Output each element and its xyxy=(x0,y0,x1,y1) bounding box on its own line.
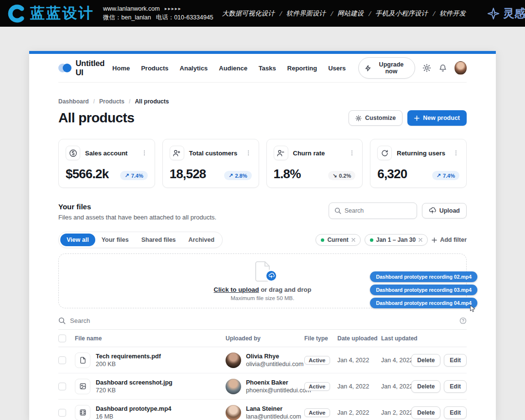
banner-wechat: 微信：ben_lanlan xyxy=(103,14,151,22)
breadcrumb-dashboard[interactable]: Dashboard xyxy=(58,98,89,105)
plus-icon xyxy=(414,116,420,121)
tab-archived[interactable]: Archived xyxy=(182,234,221,246)
service-item[interactable]: 软件界面设计 xyxy=(286,9,326,18)
trend-badge: ↗ 7.4% xyxy=(432,171,459,180)
table-search-row[interactable]: Search xyxy=(58,312,467,330)
service-item[interactable]: 软件开发 xyxy=(439,9,466,18)
dragged-file-pill[interactable]: Dashboard prototype recording 03.mp4 xyxy=(370,285,477,295)
coin-dollar-icon xyxy=(66,146,80,160)
kebab-menu-icon[interactable] xyxy=(141,150,148,156)
plus-icon xyxy=(432,237,437,243)
untitled-ui-logo-icon xyxy=(58,63,71,73)
tab-your-files[interactable]: Your files xyxy=(95,234,135,246)
col-file-name: File name xyxy=(75,335,226,342)
app-header: Untitled UI Home Products Analytics Audi… xyxy=(58,54,467,83)
avatar xyxy=(226,379,241,394)
customize-button[interactable]: Customize xyxy=(349,110,402,126)
collect-label: 灵感收集 xyxy=(503,6,525,21)
settings-gear-icon[interactable] xyxy=(422,64,431,72)
row-checkbox[interactable] xyxy=(58,383,66,390)
trend-badge: ↘ 0.2% xyxy=(328,171,355,180)
service-separator: / xyxy=(368,10,370,17)
cursor-pointer-icon xyxy=(470,305,476,312)
file-tabs: View all Your files Shared files Archive… xyxy=(58,232,223,248)
breadcrumb-separator: / xyxy=(93,98,95,105)
new-product-button[interactable]: New product xyxy=(407,110,467,126)
tab-shared-files[interactable]: Shared files xyxy=(135,234,182,246)
stat-cards: Sales account $566.2k ↗ 7.4% xyxy=(58,139,467,188)
filter-chip-daterange[interactable]: Jan 1 – Jan 30 xyxy=(365,234,428,246)
help-circle-icon[interactable] xyxy=(459,317,467,324)
banner-phone: 电话：010-63334945 xyxy=(156,14,213,22)
file-pdf-icon xyxy=(75,353,90,368)
delete-button[interactable]: Delete xyxy=(411,406,440,419)
table-header: File name Uploaded by File type Date upl… xyxy=(58,330,467,347)
delete-button[interactable]: Delete xyxy=(411,354,440,367)
stat-card-returning-users: Returning users 6,320 ↗ 7.4% xyxy=(370,139,467,188)
file-image-icon xyxy=(75,379,90,394)
edit-button[interactable]: Edit xyxy=(444,380,467,393)
stat-value: $566.2k xyxy=(66,168,108,180)
kebab-menu-icon[interactable] xyxy=(349,150,355,156)
upload-button[interactable]: Upload xyxy=(422,203,467,218)
service-item[interactable]: 网站建设 xyxy=(337,9,364,18)
table-search-text: Search xyxy=(70,317,90,324)
file-video-icon xyxy=(75,405,90,420)
service-item[interactable]: 手机及小程序设计 xyxy=(375,9,428,18)
app-window: Untitled UI Home Products Analytics Audi… xyxy=(29,51,496,420)
upgrade-button[interactable]: Upgrade now xyxy=(358,57,415,79)
dragged-file-pill[interactable]: Dashboard prototype recording 04.mp4 xyxy=(370,298,477,308)
arrows-decoration: ▸▸▸▸▸ xyxy=(165,6,182,11)
date-uploaded: Jan 4, 2022 xyxy=(337,357,381,364)
file-size: 200 KB xyxy=(96,361,161,368)
nav-item-home[interactable]: Home xyxy=(112,65,130,72)
click-to-upload-link[interactable]: Click to upload xyxy=(214,286,259,293)
dropzone-hint: Maximum file size 50 MB. xyxy=(230,295,294,301)
service-separator: / xyxy=(280,10,281,17)
nav-item-audience[interactable]: Audience xyxy=(219,65,247,72)
kebab-menu-icon[interactable] xyxy=(453,150,459,156)
nav-item-products[interactable]: Products xyxy=(141,65,168,72)
user-avatar[interactable] xyxy=(455,61,467,75)
banner-website[interactable]: www.lanlanwork.com xyxy=(103,5,160,12)
stat-value: 6,320 xyxy=(377,168,407,180)
notifications-bell-icon[interactable] xyxy=(438,64,447,72)
tab-view-all[interactable]: View all xyxy=(60,234,95,246)
kebab-menu-icon[interactable] xyxy=(245,150,252,156)
nav-item-reporting[interactable]: Reporting xyxy=(287,65,317,72)
delete-button[interactable]: Delete xyxy=(411,380,440,393)
table-row: Tech requirements.pdf 200 KB Olivia Rhye… xyxy=(58,347,467,373)
breadcrumb-products[interactable]: Products xyxy=(99,98,124,105)
add-filter-button[interactable]: Add filter xyxy=(432,236,467,243)
row-checkbox[interactable] xyxy=(58,409,66,417)
edit-button[interactable]: Edit xyxy=(444,354,467,367)
stat-card-total-customers: Total customers 18,528 ↗ 2.8% xyxy=(162,139,259,188)
file-name: Dashboard screenshot.jpg xyxy=(96,379,173,386)
trend-badge: ↗ 2.8% xyxy=(224,171,251,180)
search-input[interactable] xyxy=(345,207,411,214)
search-icon xyxy=(334,207,341,214)
app-brand[interactable]: Untitled UI xyxy=(58,59,112,77)
dragged-file-pill[interactable]: Dashboard prototype recording 02.mp4 xyxy=(370,271,477,282)
service-item[interactable]: 大数据可视化设计 xyxy=(222,9,275,18)
file-size: 720 KB xyxy=(96,387,173,394)
nav-item-analytics[interactable]: Analytics xyxy=(180,65,208,72)
uploader-name: Phoenix Baker xyxy=(246,379,311,386)
breadcrumb-separator: / xyxy=(129,98,130,105)
select-all-checkbox[interactable] xyxy=(58,335,66,342)
close-icon[interactable] xyxy=(419,238,422,242)
col-last-updated: Last updated xyxy=(381,335,420,342)
uploader-name: Lana Steiner xyxy=(246,405,301,412)
row-checkbox[interactable] xyxy=(58,356,66,364)
nav-item-users[interactable]: Users xyxy=(328,65,346,72)
nav-item-tasks[interactable]: Tasks xyxy=(259,65,276,72)
trend-up-icon: ↗ xyxy=(228,172,233,179)
close-icon[interactable] xyxy=(351,238,355,242)
edit-button[interactable]: Edit xyxy=(444,406,467,419)
status-badge: Active xyxy=(304,382,330,391)
inspiration-collect-link[interactable]: 灵感收集 xyxy=(487,6,525,21)
file-upload-icon xyxy=(254,261,271,282)
upload-dropzone[interactable]: Click to upload or drag and drop Maximum… xyxy=(58,253,467,308)
service-separator: / xyxy=(433,10,435,17)
filter-chip-current[interactable]: Current xyxy=(315,234,360,246)
